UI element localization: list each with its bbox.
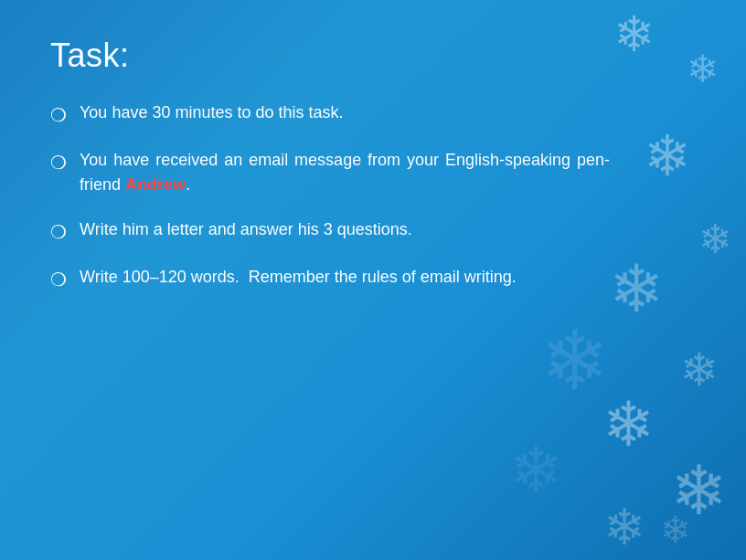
snowflake-bg-1: ❄	[540, 320, 609, 402]
bullet-item-2: ❍ You have received an email message fro…	[50, 148, 700, 197]
bullet-text-1: You have 30 minutes to do this task.	[80, 100, 344, 125]
bullet-icon-4: ❍	[50, 267, 67, 292]
bullet-text-4: Write 100–120 words. Remember the rules …	[80, 265, 517, 290]
bullet-2-highlight: Andrew	[125, 175, 186, 194]
bullet-2-text-after: .	[186, 175, 190, 194]
slide-title: Task:	[50, 37, 700, 75]
snowflake-9: ❄	[603, 502, 645, 553]
slide-content: Task: ❍ You have 30 minutes to do this t…	[0, 0, 746, 320]
bullet-item-3: ❍ Write him a letter and answer his 3 qu…	[50, 217, 700, 245]
snowflake-10: ❄	[660, 512, 691, 548]
snowflake-bg-2: ❄	[509, 438, 563, 502]
bullet-icon-2: ❍	[50, 150, 67, 175]
bullet-item-4: ❍ Write 100–120 words. Remember the rule…	[50, 265, 700, 292]
bullet-icon-3: ❍	[50, 219, 67, 245]
snowflake-7: ❄	[602, 393, 655, 455]
bullet-item-1: ❍ You have 30 minutes to do this task.	[50, 100, 700, 128]
slide: ❄ ❄ ❄ ❄ ❄ ❄ ❄ ❄ ❄ ❄ ❄ ❄ Task: ❍ You have…	[0, 0, 746, 560]
bullet-text-2: You have received an email message from …	[80, 148, 610, 197]
bullet-list: ❍ You have 30 minutes to do this task. ❍…	[50, 100, 700, 292]
snowflake-6: ❄	[680, 347, 719, 393]
bullet-icon-1: ❍	[50, 102, 67, 128]
bullet-text-3: Write him a letter and answer his 3 ques…	[80, 217, 412, 242]
snowflake-8: ❄	[670, 457, 728, 525]
